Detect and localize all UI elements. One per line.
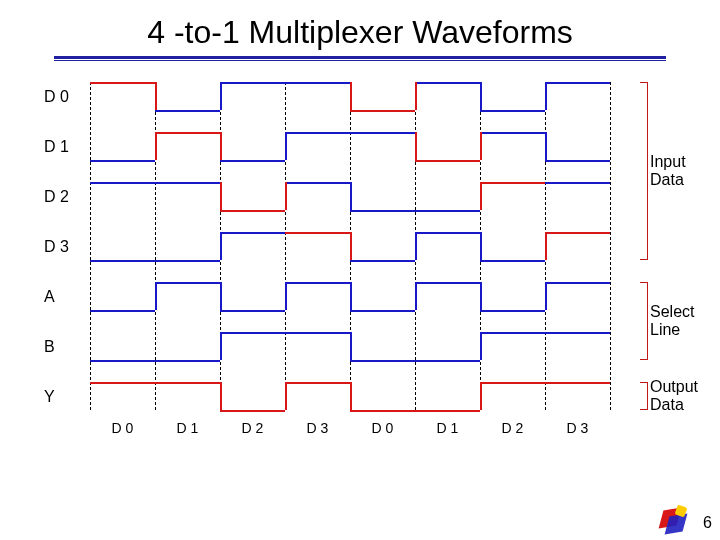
waveform (90, 232, 610, 260)
selection-label: D 1 (177, 420, 199, 436)
waveform (90, 132, 610, 160)
signal-row: D 0 (0, 82, 720, 110)
signal-row: D 1 (0, 132, 720, 160)
selection-label: D 3 (567, 420, 589, 436)
signal-label: D 0 (0, 88, 80, 106)
signal-row: D 2 (0, 182, 720, 210)
waveform (90, 282, 610, 310)
selection-label: D 1 (437, 420, 459, 436)
selection-label: D 0 (372, 420, 394, 436)
signal-row: A (0, 282, 720, 310)
signal-label: B (0, 338, 80, 356)
waveform (90, 332, 610, 360)
group-label: Input Data (650, 153, 710, 189)
selection-label: D 2 (242, 420, 264, 436)
signal-label: D 2 (0, 188, 80, 206)
selection-label: D 2 (502, 420, 524, 436)
page-number: 6 (703, 514, 712, 532)
waveform (90, 82, 610, 110)
signal-row: Y (0, 382, 720, 410)
signal-row: D 3 (0, 232, 720, 260)
slide-title: 4 -to-1 Multiplexer Waveforms (0, 14, 720, 51)
selection-label: D 0 (112, 420, 134, 436)
selection-label: D 3 (307, 420, 329, 436)
signal-label: A (0, 288, 80, 306)
signal-label: Y (0, 388, 80, 406)
signal-label: D 3 (0, 238, 80, 256)
waveform-diagram: D 0D 1D 2D 3ABY Input DataSelect LineOut… (0, 70, 720, 540)
group-brace (637, 82, 648, 260)
group-brace (637, 282, 648, 360)
group-brace (637, 382, 648, 410)
group-label: Output Data (650, 378, 710, 414)
signal-label: D 1 (0, 138, 80, 156)
group-label: Select Line (650, 303, 710, 339)
signal-row: B (0, 332, 720, 360)
slide-logo-icon (658, 506, 688, 536)
waveform (90, 382, 610, 410)
title-underline (54, 56, 666, 61)
waveform (90, 182, 610, 210)
